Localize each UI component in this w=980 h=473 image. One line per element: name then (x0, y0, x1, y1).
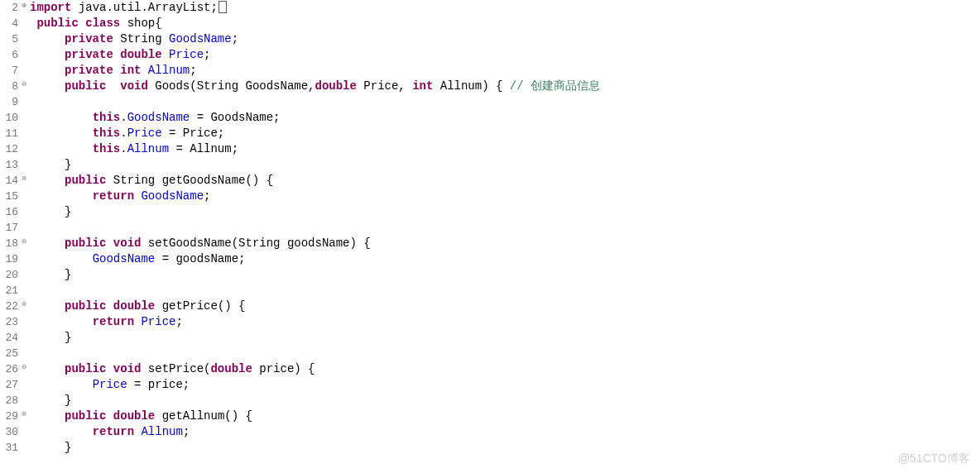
code-token (30, 111, 93, 124)
collapse-icon[interactable]: ⊖ (20, 411, 26, 418)
line-number: 4 (0, 16, 18, 31)
code-line[interactable]: private double Price; (30, 47, 600, 63)
code-token (106, 409, 113, 423)
line-number: 6 (0, 47, 18, 63)
watermark: @51CTO博客 (898, 451, 970, 466)
code-token: Allnum (141, 425, 182, 438)
code-token: private (65, 64, 113, 77)
line-number: 16 (0, 204, 18, 220)
cursor-box-icon (219, 1, 227, 13)
code-token: Allnum) { (433, 79, 509, 93)
code-token: } (30, 394, 71, 407)
code-line[interactable] (30, 346, 600, 361)
code-token: double (113, 409, 155, 423)
collapse-icon[interactable]: ⊖ (20, 301, 26, 308)
code-line[interactable]: public double getPrice() { (30, 299, 600, 314)
code-token (30, 79, 65, 93)
code-line[interactable]: public double getAllnum() { (30, 408, 600, 424)
code-token: Allnum (127, 142, 169, 155)
code-line[interactable]: private String GoodsName; (30, 31, 600, 47)
code-token: public (65, 362, 106, 375)
code-line[interactable]: Price = price; (30, 377, 600, 393)
code-token (106, 299, 113, 313)
code-line[interactable]: public void setGoodsName(String goodsNam… (30, 236, 600, 251)
line-number: 15 (0, 189, 18, 204)
code-token: // 创建商品信息 (510, 79, 600, 93)
code-token: price) { (252, 362, 315, 375)
code-token: Price (169, 48, 204, 61)
code-area: import java.util.ArrayList; public class… (18, 0, 600, 456)
code-token (106, 236, 113, 250)
code-line[interactable]: } (30, 267, 600, 283)
collapse-icon[interactable]: ⊖ (20, 364, 26, 370)
code-token: . (120, 111, 127, 124)
code-line[interactable] (30, 283, 600, 299)
line-number: 14⊖ (0, 173, 18, 189)
code-token: public (65, 409, 106, 423)
code-token: private (65, 32, 113, 45)
code-line[interactable]: private int Allnum; (30, 63, 600, 79)
line-number: 25 (0, 346, 18, 361)
code-token: return (93, 189, 134, 203)
code-token (113, 48, 120, 61)
code-token (141, 64, 147, 77)
code-token: double (113, 299, 155, 313)
code-line[interactable]: this.GoodsName = GoodsName; (30, 110, 600, 126)
line-number: 20 (0, 267, 18, 283)
code-token: public (36, 17, 78, 30)
code-token: ; (204, 189, 210, 203)
code-line[interactable]: return Allnum; (30, 424, 600, 440)
code-line[interactable]: public void setPrice(double price) { (30, 361, 600, 377)
code-line[interactable]: public void Goods(String GoodsName,doubl… (30, 79, 600, 94)
code-line[interactable]: } (30, 204, 600, 220)
code-line[interactable]: this.Allnum = Allnum; (30, 141, 600, 157)
code-line[interactable]: public String getGoodsName() { (30, 173, 600, 189)
code-line[interactable]: this.Price = Price; (30, 126, 600, 141)
code-token: = goodsName; (155, 252, 245, 265)
code-token (30, 64, 65, 77)
code-token: Allnum (148, 64, 190, 77)
code-token: getAllnum() { (155, 409, 252, 423)
code-token: = GoodsName; (190, 111, 280, 124)
code-token (30, 48, 65, 61)
code-token: void (120, 79, 148, 93)
code-token: Price (141, 315, 175, 328)
collapse-icon[interactable]: ⊖ (20, 238, 26, 245)
code-line[interactable]: public class shop{ (30, 16, 600, 31)
expand-icon[interactable]: ⊕ (20, 2, 26, 9)
line-number: 7 (0, 63, 18, 79)
code-line[interactable] (30, 220, 600, 236)
code-token: setPrice( (141, 362, 210, 375)
code-token: setGoodsName(String goodsName) { (141, 236, 370, 250)
code-token: ; (204, 48, 210, 61)
code-line[interactable]: } (30, 330, 600, 346)
collapse-icon[interactable]: ⊖ (20, 81, 26, 88)
line-number: 2⊕ (0, 0, 18, 16)
code-token: Price (127, 127, 162, 140)
collapse-icon[interactable]: ⊖ (20, 175, 26, 182)
code-token: public (65, 174, 106, 187)
code-token (30, 409, 65, 423)
code-token: this (93, 111, 121, 124)
code-token: } (30, 158, 71, 171)
code-token: double (210, 362, 252, 375)
code-line[interactable]: GoodsName = goodsName; (30, 251, 600, 267)
line-number: 30 (0, 424, 18, 440)
code-line[interactable]: } (30, 440, 600, 456)
code-line[interactable]: } (30, 393, 600, 408)
code-line[interactable]: return Price; (30, 314, 600, 330)
code-line[interactable]: import java.util.ArrayList; (30, 0, 600, 16)
code-line[interactable]: return GoodsName; (30, 189, 600, 204)
line-number: 18⊖ (0, 236, 18, 251)
code-token: ; (190, 64, 196, 77)
code-line[interactable] (30, 94, 600, 110)
code-line[interactable]: } (30, 157, 600, 173)
code-token: } (30, 441, 71, 454)
line-number: 23 (0, 314, 18, 330)
line-number: 31 (0, 440, 18, 456)
code-token: GoodsName (169, 32, 232, 45)
code-token: String getGoodsName() { (106, 174, 273, 187)
code-token: GoodsName (127, 111, 190, 124)
code-token: = Price; (162, 127, 225, 140)
line-number-gutter: 2⊕45678⊖91011121314⊖15161718⊖19202122⊖23… (0, 0, 18, 456)
